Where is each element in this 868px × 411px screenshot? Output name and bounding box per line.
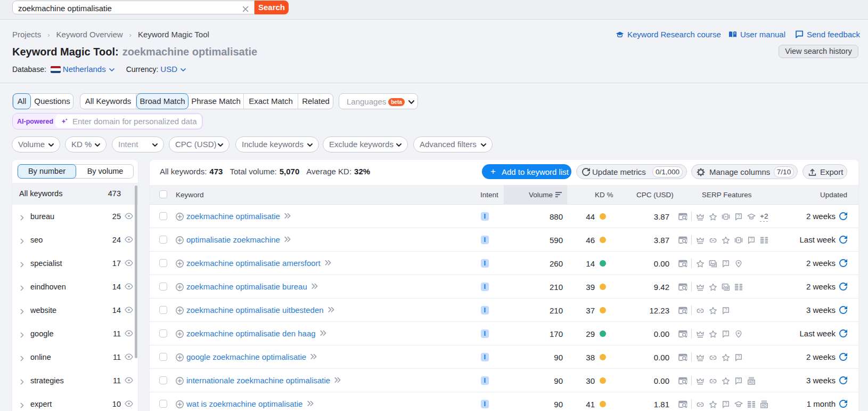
svg-text:?: ? — [725, 260, 727, 265]
svg-text:?: ? — [738, 213, 740, 219]
svg-text:?: ? — [750, 237, 753, 242]
svg-text:?: ? — [725, 307, 727, 312]
svg-text:?: ? — [725, 401, 727, 406]
svg-text:AD: AD — [749, 380, 754, 384]
svg-text:?: ? — [725, 331, 727, 336]
svg-text:?: ? — [738, 354, 740, 359]
svg-text:AD: AD — [761, 404, 767, 407]
svg-text:?: ? — [738, 377, 740, 383]
